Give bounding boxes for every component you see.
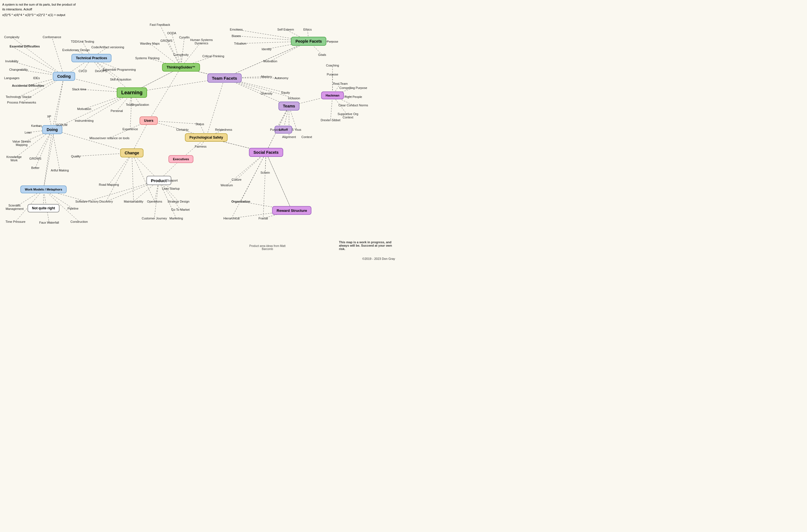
label-tdd: TDD/Unit Testing [71, 40, 94, 43]
label-maintainability: Maintainability [124, 200, 143, 203]
svg-line-60 [159, 180, 176, 218]
svg-line-2 [52, 76, 64, 130]
label-ethics: Ethics [303, 28, 312, 31]
svg-line-132 [266, 152, 292, 210]
label-complexity-2: Complexity [173, 53, 189, 56]
label-evolutionary-design: Evolutionary Design [62, 48, 90, 52]
label-strategy-design: Strategy Design [168, 200, 189, 203]
label-critical-thinking: Critical Thinking [202, 54, 224, 58]
hub-change: Change [120, 148, 143, 157]
header-line2: its interactions. Ackoff [2, 7, 76, 12]
label-tribalism: Tribalism [234, 42, 246, 45]
label-certainty: Certainty [176, 128, 189, 131]
label-personal: Personal [111, 109, 122, 113]
label-autonomy: Autonomy [274, 76, 288, 80]
svg-line-90 [263, 152, 266, 218]
label-customer-journey: Customer Journey [142, 216, 167, 220]
svg-line-124 [132, 121, 149, 153]
label-skill-acquisition: Skill Acquisition [110, 78, 131, 81]
label-emotions: Emotions [230, 28, 243, 31]
label-supportive-org-context: Supportive Org Context [334, 112, 362, 119]
svg-line-53 [106, 153, 132, 202]
label-biases: Biases [231, 34, 241, 38]
label-support: Support [167, 179, 178, 182]
label-right-people: Right People [345, 95, 362, 98]
label-road-mapping: Road Mapping [99, 183, 119, 186]
label-instrumenting: Instrumenting [75, 119, 94, 122]
label-lean-startup: Lean Startup [162, 187, 180, 190]
label-identity: Identity [262, 48, 271, 51]
label-software-factory: Software Factory [75, 200, 98, 203]
label-conformance: Conformance [43, 35, 61, 39]
hub-coding: Coding [53, 72, 75, 81]
label-kanban: Kanban [31, 124, 42, 127]
label-purpose-3: Purpose [327, 73, 339, 76]
label-marketing: Marketing [170, 216, 183, 220]
label-scientific-management: Scientific Management [2, 204, 27, 210]
label-status: Status [195, 122, 204, 126]
svg-line-121 [149, 67, 181, 121]
hub-team-facets: Team Facets [207, 74, 242, 83]
hub-psychological-safety: Psychological Safety [185, 133, 228, 142]
header-line1: A system is not the sum of its parts, bu… [2, 2, 76, 7]
label-ensemble: Ensemble Programming [103, 68, 136, 71]
label-time-pressure: Time Pressure [5, 220, 25, 223]
label-purpose-1: Purpose [270, 128, 282, 131]
label-experience: Experience [122, 127, 138, 131]
svg-line-61 [154, 180, 159, 218]
label-fast-feedback: Fast Feedback [150, 23, 170, 26]
label-better: Better [31, 166, 39, 170]
svg-line-89 [231, 152, 266, 218]
svg-line-52 [109, 153, 132, 185]
label-ci-cd: CI/CD [79, 69, 87, 73]
header-formula: x(5)^5 * x(4)^4 * x(3)^3 * x(2)^2 * x(1)… [2, 13, 76, 17]
label-fairness: Fairness [195, 145, 207, 148]
svg-line-45 [52, 130, 60, 170]
label-accidental-difficulties: Accidental Difficulties [12, 84, 44, 87]
label-alignment: Alignment [282, 135, 296, 139]
hub-executives: Executives [168, 155, 193, 163]
footer-product-note: Product area ideas from Matt Barcomb [246, 244, 288, 251]
label-grows-2: GROWS [160, 39, 173, 42]
label-compelling-purpose: Compelling Purpose [338, 86, 369, 90]
label-complexity-1: Complexity [4, 35, 19, 39]
svg-line-127 [52, 130, 132, 153]
label-goals: Goals [318, 53, 326, 56]
label-faux-waterfall: Faux Waterfall [39, 221, 59, 224]
label-schein: Schein [261, 171, 270, 174]
label-relatedness: Relatedness [215, 128, 232, 131]
label-changeability: Changeability [9, 68, 28, 71]
label-context-1: Context [301, 135, 312, 139]
label-pipeline: Pipeline [68, 207, 78, 210]
hub-thinking-guides: ThinkingGuides™ [162, 63, 200, 72]
label-motivation-1: Motivation [77, 107, 91, 111]
label-systems-thinking: Systems Thinking [135, 56, 160, 60]
label-misuse: Misuse/over reliance on tools [90, 136, 129, 140]
label-operations: Operations [147, 200, 162, 203]
hub-people-facets: People Facets [291, 37, 326, 46]
label-culture: Culture [231, 178, 241, 181]
label-hierarchical: Hierarchical [223, 216, 239, 220]
label-purpose-2: Purpose [327, 40, 339, 43]
label-value-stream-mapping: Value Stream Mapping [9, 140, 34, 147]
label-equity: Equity [282, 91, 290, 94]
svg-line-46 [43, 130, 52, 189]
label-real-team: Real Team [333, 82, 348, 85]
footer-watermark: This map is a work in progress, and alwa… [339, 241, 395, 251]
svg-line-10 [52, 37, 64, 76]
label-grows-1: GROWS [30, 157, 41, 160]
svg-line-24 [130, 93, 132, 129]
label-xp: XP [47, 115, 51, 118]
svg-line-88 [241, 152, 266, 202]
hub-users: Users [139, 116, 158, 125]
header: A system is not the sum of its parts, bu… [2, 2, 76, 17]
label-languages: Languages [4, 76, 19, 80]
label-ides: IDEs [33, 76, 40, 80]
main-canvas: A system is not the sum of its parts, bu… [0, 0, 404, 266]
label-process-frameworks: Process Frameworks [7, 101, 36, 104]
hub-work-models: Work Models / Metaphors [20, 186, 66, 193]
label-self-esteem: Self Esteem [277, 28, 294, 31]
label-scrum: SCRUM [56, 123, 68, 127]
svg-line-44 [35, 130, 52, 168]
hub-not-quite-right: Not quite right [27, 204, 59, 212]
